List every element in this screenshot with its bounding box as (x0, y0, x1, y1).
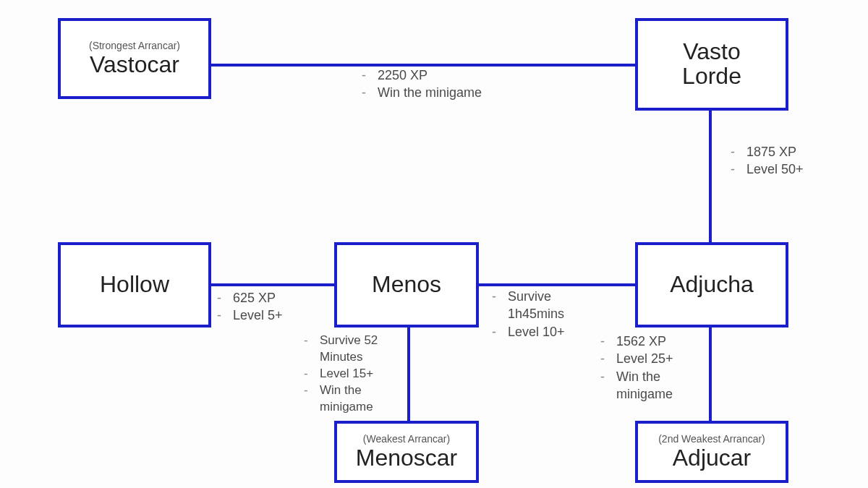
node-adjucha: Adjucha (635, 242, 788, 328)
req-item: 1562 XP (600, 333, 673, 350)
node-adjucar: (2nd Weakest Arrancar) Adjucar (635, 421, 788, 483)
req-item: 1h45mins (508, 305, 565, 322)
req-item: Level 50+ (731, 160, 804, 178)
node-title: Adjucha (670, 273, 754, 297)
req-item: Win the minigame (362, 84, 482, 101)
req-item: Level 5+ (217, 307, 283, 324)
req-menos-menoscar: Survive 52 Minutes Level 15+ Win the min… (304, 333, 378, 416)
edge-adjucha-adjucar (709, 325, 712, 427)
req-menos-adjucha: Survive 1h45mins Level 10+ (492, 288, 565, 341)
node-menos: Menos (334, 242, 479, 328)
edge-vastolorde-adjucha (709, 108, 712, 253)
node-vastolorde: Vasto Lorde (635, 18, 788, 111)
req-item: Win the (600, 368, 673, 385)
req-hollow-menos: 625 XP Level 5+ (217, 289, 283, 325)
node-title: Menos (372, 273, 441, 297)
node-title: Vasto Lorde (682, 40, 741, 88)
node-subtitle: (2nd Weakest Arrancar) (658, 433, 765, 445)
req-item: Minutes (320, 349, 378, 366)
req-item: minigame (616, 385, 673, 403)
req-item: Survive 52 (304, 333, 378, 349)
edge-hollow-menos (195, 283, 340, 286)
node-hollow: Hollow (58, 242, 211, 328)
req-item: 1875 XP (731, 143, 804, 160)
req-item: Survive (492, 288, 565, 305)
req-item: Level 25+ (600, 350, 673, 367)
node-subtitle: (Weakest Arrancar) (363, 433, 450, 445)
req-item: Level 10+ (492, 323, 565, 341)
req-item: Win the (304, 382, 378, 399)
node-title: Adjucar (673, 446, 752, 471)
node-title: Menoscar (356, 446, 458, 471)
req-item: Level 15+ (304, 366, 378, 382)
node-vastocar: (Strongest Arrancar) Vastocar (58, 18, 211, 99)
node-title: Hollow (100, 273, 169, 297)
node-title: Vastocar (90, 53, 179, 77)
node-menoscar: (Weakest Arrancar) Menoscar (334, 421, 479, 483)
req-item: 625 XP (217, 289, 283, 307)
req-adjucha-adjucar: 1562 XP Level 25+ Win the minigame (600, 333, 673, 403)
req-vastolorde-adjucha: 1875 XP Level 50+ (731, 143, 804, 179)
node-subtitle: (Strongest Arrancar) (89, 40, 180, 51)
req-item: 2250 XP (362, 67, 482, 84)
req-item: minigame (320, 399, 378, 416)
edge-menos-adjucha (474, 283, 640, 286)
req-vastocar-vastolorde: 2250 XP Win the minigame (362, 67, 482, 102)
edge-menos-menoscar (407, 325, 410, 427)
